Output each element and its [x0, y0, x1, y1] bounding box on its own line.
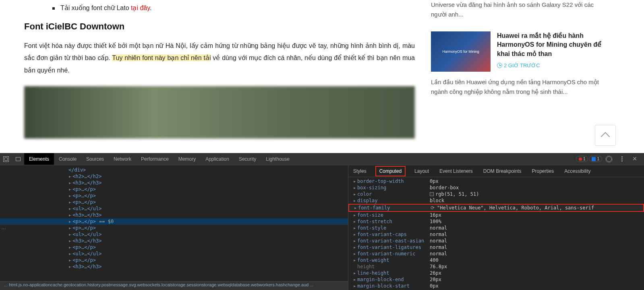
scroll-to-top-button[interactable]: [595, 125, 616, 146]
devtools-tab-application[interactable]: Application: [201, 153, 234, 165]
devtools-tab-network[interactable]: Network: [109, 153, 136, 165]
element-node[interactable]: ▸<ul>…</ul>: [0, 205, 348, 212]
article-main: Tải xuống font chữ Lato tại đây. Font iC…: [24, 0, 415, 153]
highlighted-text: Tuy nhiên font này bạn chỉ nên tải: [112, 54, 211, 61]
element-node[interactable]: ▸<p>…</p>: [0, 199, 348, 205]
element-node[interactable]: ▸<ul>…</ul>: [0, 231, 348, 238]
download-link[interactable]: tại đây: [131, 4, 150, 11]
article-image: [24, 86, 415, 139]
element-node[interactable]: ▸<p>…</p>: [0, 225, 348, 231]
styles-tabs: StylesComputedLayoutEvent ListenersDOM B…: [348, 165, 644, 177]
sidebar-item-title[interactable]: Huawei ra mắt hệ điều hành HarmonyOS for…: [497, 31, 604, 58]
computed-row-font-variant-numeric[interactable]: ▸font-variant-numericnormal: [348, 251, 644, 257]
element-node[interactable]: ▸<p>…</p>: [0, 257, 348, 263]
element-node[interactable]: ▸<h3>…</h3>: [0, 238, 348, 244]
computed-row-border-top-width[interactable]: ▸border-top-width0px: [348, 178, 644, 184]
computed-row-font-stretch[interactable]: ▸font-stretch100%: [348, 218, 644, 225]
sidebar-excerpt-bottom: Lần đầu tiên Huawei ứng dụng nền tảng Ha…: [431, 77, 604, 97]
info-badge[interactable]: 1: [589, 156, 602, 162]
element-node[interactable]: ▸<h3>…</h3>: [0, 180, 348, 186]
element-node[interactable]: ▸<h3>…</h3>: [0, 212, 348, 218]
device-toggle-icon[interactable]: [12, 153, 24, 165]
styles-tab-computed[interactable]: Computed: [375, 166, 406, 176]
close-button[interactable]: ×: [629, 153, 641, 165]
devtools-tab-sources[interactable]: Sources: [81, 153, 109, 165]
overflow-dots-icon: …: [1, 225, 6, 230]
sidebar: Universe vừa đăng hai hình ảnh so sánh G…: [415, 0, 604, 153]
styles-tab-dom-breakpoints[interactable]: DOM Breakpoints: [482, 166, 523, 176]
sidebar-item[interactable]: HarmonyOS for Mining Huawei ra mắt hệ đi…: [431, 31, 604, 72]
list-item: Tải xuống font chữ Lato tại đây.: [52, 4, 415, 12]
element-node[interactable]: ▸<p>…</p>== $0: [0, 218, 348, 225]
error-badge[interactable]: 1: [576, 156, 588, 162]
devtools-tab-elements[interactable]: Elements: [24, 153, 54, 165]
section-heading: Font iCielBC Downtown: [24, 21, 415, 32]
devtools-tab-security[interactable]: Security: [234, 153, 261, 165]
styles-tab-layout[interactable]: Layout: [413, 166, 431, 176]
breadcrumb[interactable]: ... html.js.no-applicationcache.geolocat…: [0, 281, 348, 290]
elements-tree[interactable]: </div>▸<h2>…</h2>▸<h3>…</h3>▸<p>…</p>▸<p…: [0, 165, 348, 281]
computed-row-font-size[interactable]: ▸font-size16px: [348, 212, 644, 218]
computed-row-font-variant-ligatures[interactable]: ▸font-variant-ligaturesnormal: [348, 244, 644, 251]
computed-properties[interactable]: ▸border-top-width0px▸box-sizingborder-bo…: [348, 177, 644, 290]
devtools-panel: ElementsConsoleSourcesNetworkPerformance…: [0, 153, 644, 290]
element-node[interactable]: </div>: [0, 167, 348, 173]
bullet-text: Tải xuống font chữ Lato: [60, 4, 131, 11]
element-node[interactable]: ▸<p>…</p>: [0, 186, 348, 193]
styles-tab-properties[interactable]: Properties: [530, 166, 556, 176]
element-node[interactable]: ▸<p>…</p>: [0, 193, 348, 199]
vertical-dots-icon: [621, 156, 623, 162]
close-icon: ×: [633, 155, 637, 163]
more-icon[interactable]: [616, 153, 628, 165]
computed-row-line-height[interactable]: ▸line-height26px: [348, 270, 644, 276]
inspect-element-icon[interactable]: [0, 153, 12, 165]
devtools-toolbar: ElementsConsoleSourcesNetworkPerformance…: [0, 153, 644, 165]
bullet-suffix: .: [150, 4, 151, 11]
devtools-tab-performance[interactable]: Performance: [136, 153, 174, 165]
styles-tab-styles[interactable]: Styles: [352, 166, 368, 176]
computed-row-height[interactable]: height76.8px: [348, 263, 644, 270]
computed-row-color[interactable]: ▸colorrgb(51, 51, 51): [348, 191, 644, 197]
sidebar-item-time: 2 GIỜ TRƯỚC: [497, 62, 604, 68]
computed-row-font-variant-east-asian[interactable]: ▸font-variant-east-asiannormal: [348, 238, 644, 244]
computed-row-font-style[interactable]: ▸font-stylenormal: [348, 225, 644, 231]
sidebar-thumb: HarmonyOS for Mining: [431, 31, 491, 72]
devtools-tab-console[interactable]: Console: [54, 153, 81, 165]
computed-row-display[interactable]: ▸displayblock: [348, 197, 644, 204]
computed-row-margin-block-end[interactable]: ▸margin-block-end20px: [348, 276, 644, 283]
computed-row-font-variant-caps[interactable]: ▸font-variant-capsnormal: [348, 231, 644, 238]
sidebar-excerpt-top: Universe vừa đăng hai hình ảnh so sánh G…: [431, 0, 604, 19]
element-node[interactable]: ▸<h3>…</h3>: [0, 263, 348, 270]
devtools-tab-lighthouse[interactable]: Lighthouse: [261, 153, 294, 165]
styles-tab-event-listeners[interactable]: Event Listeners: [438, 166, 474, 176]
element-node[interactable]: ▸<ul>…</ul>: [0, 251, 348, 257]
devtools-tab-memory[interactable]: Memory: [174, 153, 201, 165]
computed-row-box-sizing[interactable]: ▸box-sizingborder-box: [348, 184, 644, 191]
computed-row-margin-block-start[interactable]: ▸margin-block-start0px: [348, 283, 644, 289]
computed-row-font-family[interactable]: ▸font-family⟳"Helvetica Neue", Helvetica…: [348, 204, 644, 212]
styles-tab-accessibility[interactable]: Accessibility: [563, 166, 592, 176]
computed-row-font-weight[interactable]: ▸font-weight400: [348, 257, 644, 263]
element-node[interactable]: ▸<h2>…</h2>: [0, 173, 348, 180]
chevron-up-icon: [601, 132, 610, 141]
clock-icon: [497, 63, 502, 68]
article-paragraph: Font việt hóa này được thiết kế bởi một …: [24, 40, 415, 77]
bullet-icon: [52, 7, 55, 10]
settings-icon[interactable]: [603, 153, 615, 165]
gear-icon: [606, 156, 612, 162]
element-node[interactable]: ▸<p>…</p>: [0, 244, 348, 251]
